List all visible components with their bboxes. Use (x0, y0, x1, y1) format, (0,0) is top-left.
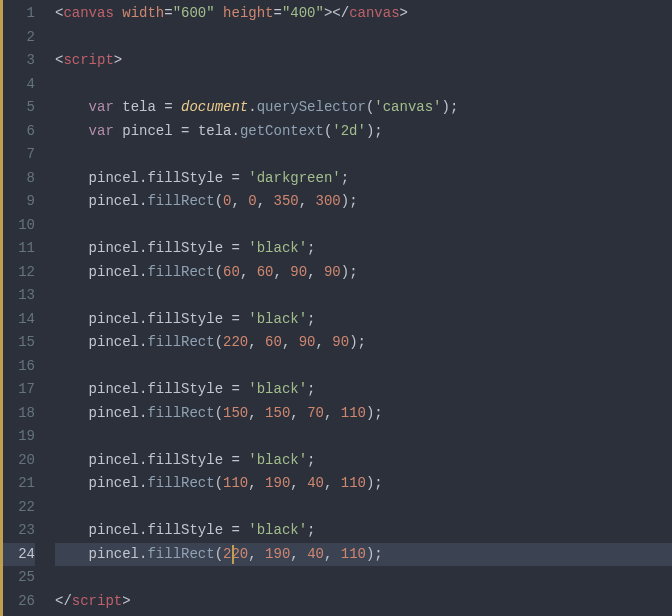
text-cursor (232, 545, 234, 564)
code-line[interactable]: var tela = document.querySelector('canva… (55, 96, 672, 120)
code-line[interactable]: pincel.fillStyle = 'black'; (55, 519, 672, 543)
line-number: 21 (3, 472, 35, 496)
code-line[interactable]: var pincel = tela.getContext('2d'); (55, 120, 672, 144)
code-editor[interactable]: 1234567891011121314151617181920212223242… (0, 0, 672, 616)
code-line[interactable] (55, 355, 672, 379)
line-number: 10 (3, 214, 35, 238)
line-number-gutter: 1234567891011121314151617181920212223242… (3, 0, 47, 616)
line-number: 1 (3, 2, 35, 26)
line-number: 25 (3, 566, 35, 590)
code-line[interactable]: <script> (55, 49, 672, 73)
code-line[interactable]: pincel.fillRect(150, 150, 70, 110); (55, 402, 672, 426)
code-line[interactable]: pincel.fillRect(60, 60, 90, 90); (55, 261, 672, 285)
line-number: 26 (3, 590, 35, 614)
code-line[interactable]: pincel.fillStyle = 'black'; (55, 237, 672, 261)
line-number: 7 (3, 143, 35, 167)
line-number: 6 (3, 120, 35, 144)
code-line[interactable]: pincel.fillStyle = 'black'; (55, 308, 672, 332)
code-line[interactable]: pincel.fillStyle = 'darkgreen'; (55, 167, 672, 191)
line-number: 20 (3, 449, 35, 473)
line-number: 14 (3, 308, 35, 332)
line-number: 16 (3, 355, 35, 379)
line-number: 17 (3, 378, 35, 402)
code-line[interactable]: pincel.fillRect(220, 60, 90, 90); (55, 331, 672, 355)
line-number: 5 (3, 96, 35, 120)
line-number: 8 (3, 167, 35, 191)
code-line[interactable]: <canvas width="600" height="400"></canva… (55, 2, 672, 26)
line-number: 2 (3, 26, 35, 50)
code-line[interactable] (55, 566, 672, 590)
line-number: 18 (3, 402, 35, 426)
code-line[interactable] (55, 214, 672, 238)
line-number: 3 (3, 49, 35, 73)
line-number: 12 (3, 261, 35, 285)
code-line[interactable] (55, 284, 672, 308)
code-line[interactable]: pincel.fillRect(110, 190, 40, 110); (55, 472, 672, 496)
line-number: 24 (3, 543, 35, 567)
code-line[interactable]: pincel.fillStyle = 'black'; (55, 378, 672, 402)
line-number: 22 (3, 496, 35, 520)
line-number: 11 (3, 237, 35, 261)
line-number: 13 (3, 284, 35, 308)
code-line[interactable] (55, 143, 672, 167)
code-line[interactable] (55, 496, 672, 520)
code-line[interactable]: pincel.fillStyle = 'black'; (55, 449, 672, 473)
code-line[interactable]: pincel.fillRect(220, 190, 40, 110); (55, 543, 672, 567)
code-line[interactable] (55, 425, 672, 449)
code-line[interactable]: </script> (55, 590, 672, 614)
line-number: 9 (3, 190, 35, 214)
code-line[interactable] (55, 26, 672, 50)
line-number: 4 (3, 73, 35, 97)
code-area[interactable]: <canvas width="600" height="400"></canva… (47, 0, 672, 616)
line-number: 23 (3, 519, 35, 543)
line-number: 15 (3, 331, 35, 355)
code-line[interactable]: pincel.fillRect(0, 0, 350, 300); (55, 190, 672, 214)
line-number: 19 (3, 425, 35, 449)
code-line[interactable] (55, 73, 672, 97)
